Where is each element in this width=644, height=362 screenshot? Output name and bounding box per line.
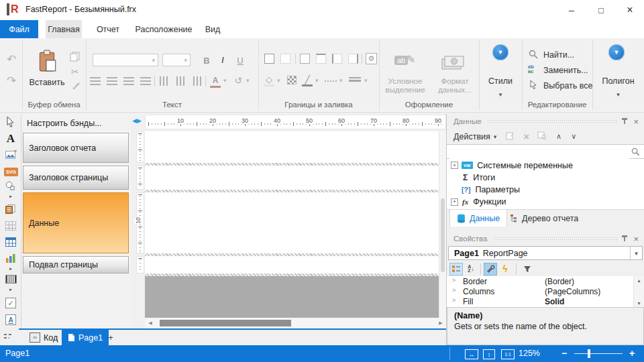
tab-layout[interactable]: Расположение [133, 20, 195, 38]
add-page-button[interactable]: + [105, 330, 117, 345]
undo-icon[interactable]: ↶ [3, 52, 20, 66]
barcode-tool-icon[interactable] [5, 275, 17, 284]
chevron-down-icon[interactable]: ▾ [592, 90, 644, 99]
fit-width-button[interactable]: ↔ [465, 349, 478, 359]
shape-flyout-icon[interactable]: ▸ [7, 193, 15, 200]
ruler-arrows-icon[interactable]: ◀▶ [132, 117, 142, 124]
fill-style-icon[interactable] [287, 76, 297, 84]
font-size-combo[interactable]: ▾ [162, 54, 191, 66]
alphabetical-sort-button[interactable]: A Z ↓ [464, 263, 478, 276]
view-data-icon[interactable] [537, 131, 547, 142]
zoom-slider-thumb[interactable] [588, 349, 590, 358]
tab-file[interactable]: Файл [0, 20, 38, 38]
scroll-up-icon[interactable]: ▴ [634, 276, 644, 284]
chevron-down-icon[interactable]: ▾ [364, 77, 368, 84]
scroll-left-icon[interactable]: ◀ [146, 318, 154, 328]
chevron-down-icon[interactable]: ▾ [494, 133, 497, 140]
chevron-down-icon[interactable]: ▾ [339, 77, 343, 84]
vertical-scrollbar[interactable] [439, 131, 446, 318]
row-expander-icon[interactable]: > [452, 297, 455, 304]
line-width-icon[interactable] [349, 77, 361, 84]
border-none-icon[interactable] [280, 54, 290, 64]
font-name-combo[interactable]: ▾ [93, 54, 158, 66]
tab-page1[interactable]: Page1 [62, 330, 109, 345]
table-tool-icon[interactable] [5, 237, 16, 249]
border-settings-icon[interactable]: ⚙ [366, 53, 377, 64]
band-separator[interactable] [145, 253, 439, 256]
row-expander-icon[interactable]: > [452, 287, 455, 294]
border-outside-icon[interactable] [300, 54, 310, 64]
tab-home[interactable]: Главная [46, 20, 82, 38]
chevron-down-icon[interactable]: ▾ [277, 77, 280, 84]
tab-code[interactable]: ‹› Код [24, 330, 63, 345]
font-color-icon[interactable]: A [210, 75, 221, 88]
border-left-icon[interactable] [332, 54, 342, 64]
line-tool-icon[interactable] [4, 337, 9, 339]
categorized-view-button[interactable] [449, 263, 463, 276]
picture-tool-icon[interactable] [5, 150, 17, 162]
scrollbar-thumb[interactable] [441, 198, 445, 272]
border-right-icon[interactable] [348, 54, 358, 64]
tab-report-tree[interactable]: Дерево отчета [503, 210, 585, 227]
svg-tool-icon[interactable]: SVG [4, 168, 18, 176]
format-data-button[interactable] [441, 54, 466, 72]
property-value[interactable]: Solid [545, 297, 564, 306]
band-report-title[interactable]: Заголовок отчета [23, 133, 129, 163]
property-row-columns[interactable]: > Columns (PageColumns) [447, 286, 633, 297]
events-mode-button[interactable]: ϟ [498, 263, 512, 276]
italic-button[interactable]: I [216, 54, 229, 67]
line-color-icon[interactable]: ╱ [302, 74, 313, 86]
row-expander-icon[interactable]: > [452, 277, 455, 284]
band-separator[interactable] [145, 190, 439, 192]
pin-icon[interactable] [624, 237, 625, 241]
property-row-border[interactable]: > Border (Border) [447, 276, 633, 287]
horizontal-scrollbar[interactable]: ◀ ▶ [145, 318, 446, 328]
align-left-icon[interactable] [90, 77, 101, 85]
styles-icon[interactable]: ▼ [492, 44, 508, 60]
band-page-footer[interactable]: Подвал страницы [23, 256, 129, 274]
styles-button[interactable]: Стили [479, 76, 522, 86]
zoom-slider-track[interactable] [574, 353, 623, 354]
expand-icon[interactable]: + [451, 162, 458, 169]
tree-item-functions[interactable]: + fx Функции [447, 196, 644, 208]
polygon-icon[interactable]: ▼ [608, 44, 625, 60]
pin-icon[interactable] [624, 119, 625, 124]
zoom-out-button[interactable]: − [559, 348, 570, 359]
valign-middle-icon[interactable] [176, 76, 184, 86]
scroll-down-icon[interactable]: ▾ [634, 299, 644, 307]
close-icon[interactable]: × [633, 234, 639, 244]
tree-item-parameters[interactable]: [?] Параметры [447, 184, 644, 196]
replace-label[interactable]: Заменить... [543, 66, 588, 75]
tab-data[interactable]: Данные [449, 210, 507, 227]
chevron-down-icon[interactable]: ▾ [630, 247, 642, 259]
chevron-down-icon[interactable]: ▾ [223, 77, 227, 84]
conditional-highlight-label[interactable]: Условное выделение [382, 77, 428, 95]
configure-bands-link[interactable]: Настроить бэнды... [27, 119, 102, 128]
zoom-in-button[interactable]: + [627, 348, 637, 359]
property-value[interactable]: (PageColumns) [545, 287, 600, 296]
valign-top-icon[interactable] [160, 76, 168, 86]
fill-color-icon[interactable]: ◇ [264, 74, 274, 86]
edit-item-icon[interactable] [506, 131, 515, 142]
properties-mode-button[interactable] [484, 263, 497, 276]
chevron-down-icon[interactable]: ▾ [479, 90, 522, 99]
actions-button[interactable]: Действия [453, 132, 490, 141]
expand-icon[interactable]: + [451, 198, 458, 206]
border-all-icon[interactable] [264, 54, 274, 64]
tree-item-system-variables[interactable]: + var Системные переменные [447, 159, 644, 172]
close-button[interactable]: × [616, 0, 644, 20]
checkbox-tool-icon[interactable]: ✓ [5, 298, 16, 308]
select-tool-icon[interactable] [6, 117, 15, 129]
chart-flyout-icon[interactable]: ▸ [7, 265, 15, 272]
paste-label[interactable]: Вставить [22, 77, 72, 88]
tab-report[interactable]: Отчет [91, 20, 125, 38]
select-all-label[interactable]: Выбрать все [543, 81, 593, 90]
bold-button[interactable]: B [200, 54, 213, 67]
band-data[interactable]: Данные [23, 192, 129, 253]
subreport-tool-icon[interactable] [5, 204, 15, 216]
border-top-icon[interactable] [316, 54, 326, 64]
format-painter-icon[interactable] [70, 82, 80, 94]
maximize-button[interactable]: □ [586, 0, 616, 20]
zoom-100-button[interactable]: 1:1 [501, 349, 515, 359]
copy-icon[interactable] [70, 52, 80, 64]
